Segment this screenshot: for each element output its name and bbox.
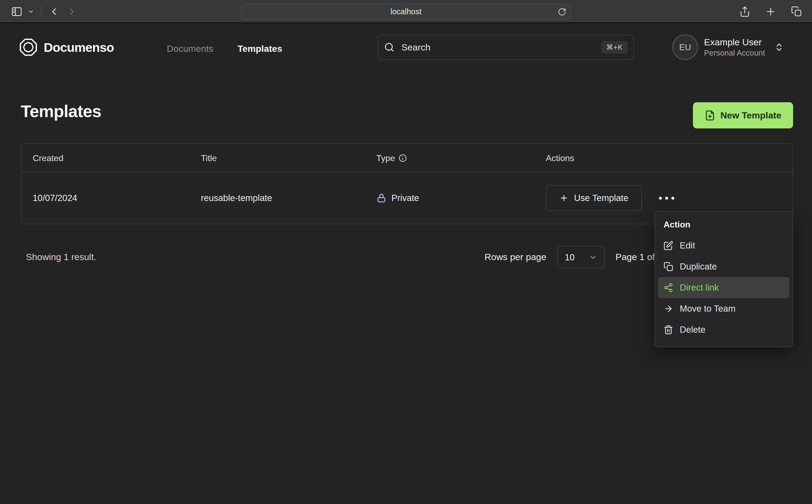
documenso-logo-icon <box>19 38 38 57</box>
results-count: Showing 1 result. <box>26 252 96 262</box>
brand-logo[interactable]: Documenso <box>19 38 114 57</box>
main-nav: Documents Templates <box>167 40 282 57</box>
brand-name: Documenso <box>44 40 114 55</box>
new-template-button[interactable]: New Template <box>693 102 793 128</box>
duplicate-icon <box>664 262 673 271</box>
column-header-created: Created <box>33 144 63 172</box>
url-text: localhost <box>390 7 422 16</box>
menu-item-delete[interactable]: Delete <box>658 319 789 340</box>
tab-overview-icon[interactable] <box>791 6 802 17</box>
row-actions-menu: Action Edit Duplicate Direct link Move t… <box>654 211 793 347</box>
browser-chrome: localhost <box>0 0 812 23</box>
edit-icon <box>664 241 673 250</box>
nav-item-templates[interactable]: Templates <box>237 43 282 54</box>
search-box[interactable]: ⌘+K <box>378 35 634 60</box>
lock-icon <box>376 193 386 203</box>
menu-item-edit[interactable]: Edit <box>658 235 789 256</box>
page-title: Templates <box>21 101 101 121</box>
column-header-title: Title <box>201 144 217 172</box>
url-bar[interactable]: localhost <box>241 4 571 20</box>
user-name: Example User <box>704 36 765 48</box>
table-header-row: Created Title Type Actions <box>21 144 792 172</box>
menu-item-move-to-team[interactable]: Move to Team <box>658 298 789 319</box>
chevrons-up-down-icon <box>774 42 784 52</box>
search-input[interactable] <box>401 42 601 53</box>
sidebar-toggle-icon[interactable] <box>11 6 23 18</box>
trash-icon <box>664 325 673 335</box>
back-icon[interactable] <box>49 6 59 17</box>
rows-per-page-label: Rows per page <box>485 252 546 262</box>
avatar: EU <box>672 34 698 60</box>
user-account-type: Personal Account <box>704 48 765 58</box>
search-shortcut-badge: ⌘+K <box>601 41 628 54</box>
chevron-down-icon <box>589 253 597 261</box>
nav-item-documents[interactable]: Documents <box>167 43 213 54</box>
type-label: Private <box>391 193 419 203</box>
new-tab-icon[interactable] <box>765 6 776 17</box>
use-template-button[interactable]: Use Template <box>546 185 642 211</box>
share-nodes-icon <box>664 283 673 292</box>
cell-created: 10/07/2024 <box>33 172 77 224</box>
plus-icon <box>559 193 569 203</box>
rows-per-page-select[interactable]: 10 <box>557 246 605 268</box>
menu-item-direct-link[interactable]: Direct link <box>658 277 789 298</box>
file-plus-icon <box>705 110 715 121</box>
menu-item-duplicate[interactable]: Duplicate <box>658 256 789 277</box>
chrome-separator <box>41 6 42 17</box>
cell-title: reusable-template <box>201 172 272 224</box>
sidebar-dropdown-chevron-icon[interactable] <box>28 9 34 15</box>
arrow-right-icon <box>664 304 673 314</box>
search-icon <box>384 42 394 52</box>
menu-header: Action <box>655 217 793 235</box>
column-header-actions: Actions <box>546 144 574 172</box>
account-switcher[interactable]: EU Example User Personal Account <box>672 34 784 60</box>
info-icon[interactable] <box>399 154 407 162</box>
cell-type: Private <box>376 172 419 224</box>
share-icon[interactable] <box>739 6 750 17</box>
forward-icon[interactable] <box>66 6 77 17</box>
reload-icon[interactable] <box>558 8 566 16</box>
column-header-type: Type <box>376 144 407 172</box>
